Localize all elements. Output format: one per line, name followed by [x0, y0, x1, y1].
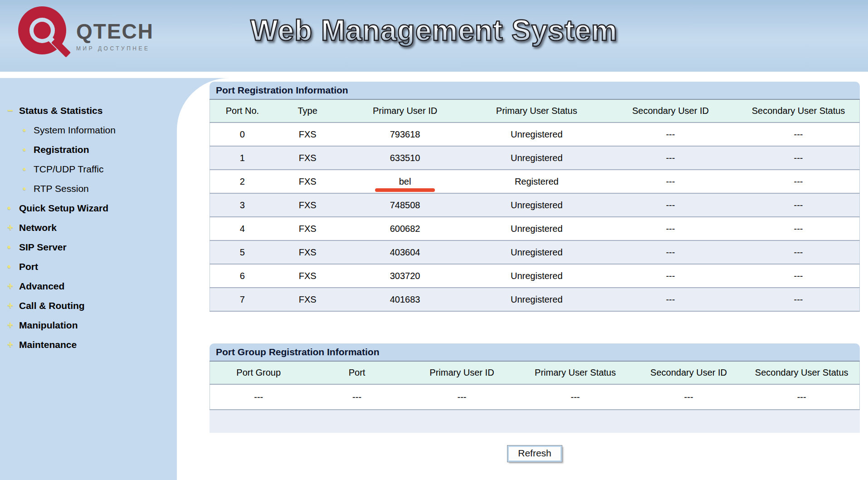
plus-icon: + [7, 223, 19, 233]
column-header-secondary-user-id: Secondary User ID [604, 100, 737, 122]
table-cell: --- [604, 193, 737, 217]
sidebar-item-call-routing[interactable]: +Call & Routing [0, 296, 177, 315]
table-cell: --- [307, 384, 406, 410]
sidebar-item-label: TCP/UDP Traffic [34, 164, 103, 175]
table-cell: --- [737, 264, 859, 288]
qtech-logo: QTECH МИР ДОСТУПНЕЕ [18, 6, 154, 54]
bullet-icon: • [7, 242, 19, 252]
button-row: Refresh [210, 446, 860, 462]
main-content: Port Registration Information Port No.Ty… [177, 78, 868, 480]
sidebar: −Status & Statistics•System Information•… [0, 78, 177, 480]
plus-icon: + [7, 301, 19, 311]
table-cell: --- [737, 240, 859, 264]
table-cell: Unregistered [470, 122, 604, 146]
table-cell: Registered [470, 170, 604, 193]
bullet-icon: • [23, 184, 34, 193]
table-cell: 793618 [341, 122, 470, 146]
sidebar-menu: −Status & Statistics•System Information•… [0, 78, 177, 354]
table-cell: --- [737, 122, 859, 146]
table-cell: FXS [275, 217, 341, 240]
table-row: 1FXS633510Unregistered------ [210, 146, 860, 170]
table-row: 3FXS748508Unregistered------ [210, 193, 860, 217]
sidebar-item-advanced[interactable]: +Advanced [0, 276, 177, 296]
table-cell: --- [407, 384, 517, 410]
table-cell: Unregistered [470, 146, 604, 170]
table-cell: Unregistered [470, 264, 604, 288]
table-cell: --- [634, 384, 744, 410]
table-cell: --- [604, 240, 737, 264]
sidebar-item-label: Registration [34, 144, 89, 155]
table-cell: FXS [275, 288, 341, 311]
column-header-port-no: Port No. [210, 100, 275, 122]
column-header-secondary-user-status: Secondary User Status [737, 100, 859, 122]
logo-center-dot [34, 22, 51, 39]
table-row: ------------------ [210, 384, 860, 410]
red-underline-annotation [375, 188, 435, 192]
sidebar-item-port[interactable]: •Port [0, 257, 177, 276]
column-header-primary-user-id: Primary User ID [341, 100, 470, 122]
table-row: 4FXS600682Unregistered------ [210, 217, 860, 240]
column-header-port: Port [307, 362, 406, 384]
page-title: Web Management System [250, 14, 617, 47]
sidebar-item-rtp-session[interactable]: •RTP Session [0, 179, 177, 198]
sidebar-item-sip-server[interactable]: •SIP Server [0, 237, 177, 257]
sidebar-item-manipulation[interactable]: +Manipulation [0, 315, 177, 335]
table-row: 0FXS793618Unregistered------ [210, 122, 860, 146]
table-row: 7FXS401683Unregistered------ [210, 288, 860, 311]
table-cell: 303720 [341, 264, 470, 288]
sidebar-item-label: Port [19, 261, 38, 272]
port-registration-table: Port No.TypePrimary User IDPrimary User … [210, 100, 860, 312]
refresh-button[interactable]: Refresh [507, 446, 562, 462]
header: QTECH МИР ДОСТУПНЕЕ Web Management Syste… [0, 0, 868, 72]
sidebar-item-system-information[interactable]: •System Information [0, 120, 177, 140]
sidebar-item-quick-setup-wizard[interactable]: •Quick Setup Wizard [0, 198, 177, 218]
bullet-icon: • [7, 203, 19, 213]
port-group-registration-table: Port GroupPortPrimary User IDPrimary Use… [210, 362, 860, 410]
sidebar-item-label: Manipulation [19, 320, 78, 331]
table-cell: --- [737, 217, 859, 240]
sidebar-item-tcp-udp-traffic[interactable]: •TCP/UDP Traffic [0, 159, 177, 179]
sidebar-item-network[interactable]: +Network [0, 218, 177, 237]
logo-text: QTECH МИР ДОСТУПНЕЕ [76, 9, 154, 52]
sidebar-item-label: Maintenance [19, 339, 77, 350]
port-group-registration-section: Port Group Registration Information Port… [210, 343, 860, 433]
column-header-secondary-user-status: Secondary User Status [744, 362, 859, 384]
bullet-icon: • [23, 145, 34, 154]
qtech-logo-icon [18, 6, 66, 54]
table-cell: --- [604, 264, 737, 288]
table-cell: --- [604, 217, 737, 240]
column-header-port-group: Port Group [210, 362, 307, 384]
sidebar-item-label: RTP Session [34, 183, 89, 194]
minus-icon: − [7, 106, 19, 116]
sidebar-item-status-statistics[interactable]: −Status & Statistics [0, 101, 177, 120]
group-table-title: Port Group Registration Information [210, 343, 860, 362]
table-cell: --- [604, 122, 737, 146]
table-cell: 6 [210, 264, 275, 288]
table-cell: 3 [210, 193, 275, 217]
sidebar-item-label: Quick Setup Wizard [19, 203, 108, 214]
column-header-primary-user-status: Primary User Status [517, 362, 634, 384]
sidebar-item-registration[interactable]: •Registration [0, 140, 177, 159]
table-cell: 403604 [341, 240, 470, 264]
table-cell: FXS [275, 146, 341, 170]
table-cell: --- [517, 384, 634, 410]
port-registration-section: Port Registration Information Port No.Ty… [210, 82, 860, 312]
table-cell: 748508 [341, 193, 470, 217]
sidebar-item-label: SIP Server [19, 242, 67, 253]
sidebar-item-label: System Information [34, 125, 116, 136]
sidebar-item-maintenance[interactable]: +Maintenance [0, 335, 177, 354]
table-cell: 1 [210, 146, 275, 170]
bullet-icon: • [23, 126, 34, 135]
table-cell: FXS [275, 264, 341, 288]
column-header-type: Type [275, 100, 341, 122]
table-cell: --- [744, 384, 859, 410]
table-cell: 600682 [341, 217, 470, 240]
table-cell: --- [604, 146, 737, 170]
table-cell: 5 [210, 240, 275, 264]
table-row: 5FXS403604Unregistered------ [210, 240, 860, 264]
table-cell: FXS [275, 193, 341, 217]
table-cell: Unregistered [470, 240, 604, 264]
table-cell: 0 [210, 122, 275, 146]
table-cell: --- [737, 170, 859, 193]
logo-tagline: МИР ДОСТУПНЕЕ [76, 45, 154, 52]
